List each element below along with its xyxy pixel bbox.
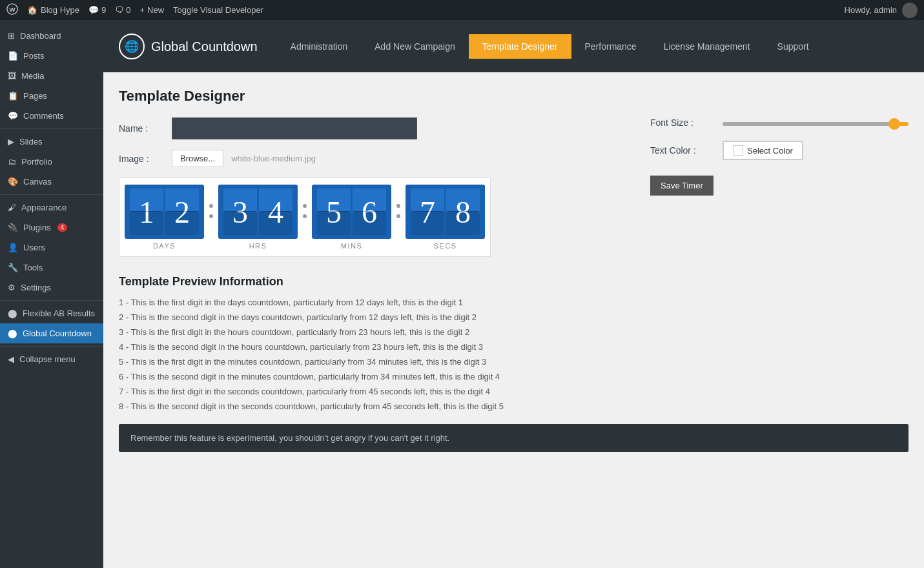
col-right: Font Size : Text Color : Select Color	[650, 117, 909, 196]
plugin-header: 🌐 Global Countdown Administration Add Ne…	[103, 21, 924, 72]
slides-icon: ▶	[8, 137, 14, 147]
color-swatch	[733, 145, 743, 156]
sep-dot-3	[303, 204, 307, 208]
name-input[interactable]	[172, 117, 417, 139]
preview-group-hrs: 3 4 HRS	[218, 185, 298, 250]
media-icon: 🖼	[8, 71, 16, 81]
sidebar-item-portfolio[interactable]: 🗂 Portfolio	[0, 152, 103, 172]
col-left: Name : Image : Browse... white-blue-medi…	[119, 117, 624, 257]
sidebar-item-slides[interactable]: ▶ Slides	[0, 132, 103, 152]
warning-box: Remember this feature is experimental, y…	[119, 424, 909, 452]
svg-text:W: W	[9, 6, 15, 13]
flexible-ab-icon: ⬤	[8, 309, 17, 318]
label-days: DAYS	[153, 242, 176, 250]
sidebar-item-comments[interactable]: 💬 Comments	[0, 106, 103, 126]
plugins-icon: 🔌	[8, 223, 18, 232]
site-name[interactable]: 🏠 Blog Hype	[27, 5, 79, 15]
digit-row-secs: 7 8	[406, 185, 485, 239]
main-content: 🌐 Global Countdown Administration Add Ne…	[103, 21, 924, 568]
sidebar-item-flexible-ab[interactable]: ⬤ Flexible AB Results	[0, 303, 103, 323]
appearance-icon: 🖌	[8, 203, 16, 212]
list-item: 6 - This is the second digit in the minu…	[119, 372, 909, 381]
toggle-visual-developer[interactable]: Toggle Visual Developer	[173, 5, 263, 15]
sidebar-item-pages[interactable]: 📋 Pages	[0, 86, 103, 106]
list-item: 7 - This is the first digit in the secon…	[119, 387, 909, 396]
font-size-label: Font Size :	[650, 117, 715, 128]
preview-info-section: Template Preview Information 1 - This is…	[119, 275, 909, 452]
list-item: 4 - This is the second digit in the hour…	[119, 342, 909, 352]
sidebar-item-media[interactable]: 🖼 Media	[0, 66, 103, 86]
sep-dot-2	[209, 214, 213, 218]
digit-mins-2: 6	[353, 188, 386, 235]
font-size-row: Font Size :	[650, 117, 909, 128]
text-color-label: Text Color :	[650, 145, 715, 156]
digit-hrs-1: 3	[223, 188, 257, 235]
portfolio-icon: 🗂	[8, 157, 16, 167]
new-button[interactable]: + New	[139, 5, 164, 15]
tab-template-designer[interactable]: Template Designer	[469, 34, 571, 59]
sidebar-item-tools[interactable]: 🔧 Tools	[0, 258, 103, 278]
plugin-logo: 🌐 Global Countdown	[119, 34, 258, 59]
sidebar-item-posts[interactable]: 📄 Posts	[0, 46, 103, 66]
list-item: 5 - This is the first digit in the minut…	[119, 357, 909, 367]
tab-support[interactable]: Support	[764, 34, 823, 59]
name-row: Name :	[119, 117, 624, 139]
preview-group-mins: 5 6 MINS	[312, 185, 391, 250]
sidebar-item-settings[interactable]: ⚙ Settings	[0, 278, 103, 298]
label-hrs: HRS	[249, 242, 267, 250]
digit-days-1: 1	[130, 188, 163, 235]
tab-license-management[interactable]: License Management	[650, 34, 764, 59]
globe-icon: 🌐	[125, 39, 139, 54]
sep-dot-4	[303, 214, 307, 218]
speech-count[interactable]: 🗨 0	[115, 5, 130, 15]
comment-bubble-icon: 💬	[88, 5, 99, 15]
digit-row-days: 1 2	[125, 185, 204, 239]
admin-bar-left: W 🏠 Blog Hype 💬 9 🗨 0 + New Toggle Visua…	[6, 3, 263, 17]
plugins-badge: 4	[57, 223, 68, 232]
tools-icon: 🔧	[8, 263, 18, 272]
font-size-slider[interactable]	[723, 122, 909, 126]
canvas-icon: 🎨	[8, 177, 18, 187]
preview-info-list: 1 - This is the first digit in the days …	[119, 298, 909, 411]
admin-bar: W 🏠 Blog Hype 💬 9 🗨 0 + New Toggle Visua…	[0, 0, 924, 21]
sidebar-item-appearance[interactable]: 🖌 Appearance	[0, 198, 103, 218]
countdown-preview: 1 2 DAYS 3 4	[119, 178, 491, 257]
label-mins: MINS	[341, 242, 363, 250]
comments-count[interactable]: 💬 9	[88, 5, 106, 15]
sidebar-item-plugins[interactable]: 🔌 Plugins 4	[0, 218, 103, 238]
tab-add-new-campaign[interactable]: Add New Campaign	[361, 34, 469, 59]
sidebar-divider-1	[0, 128, 103, 129]
plus-icon: +	[139, 5, 145, 15]
sidebar-item-users[interactable]: 👤 Users	[0, 238, 103, 258]
sidebar-item-dashboard[interactable]: ⊞ Dashboard	[0, 26, 103, 46]
layout: ⊞ Dashboard 📄 Posts 🖼 Media 📋 Pages 💬 Co…	[0, 21, 924, 568]
comments-icon: 💬	[8, 111, 18, 121]
save-timer-button[interactable]: Save Timer	[650, 176, 714, 196]
image-row: Image : Browse... white-blue-medium.jpg	[119, 150, 624, 167]
speech-icon: 🗨	[115, 5, 123, 15]
browse-button[interactable]: Browse...	[172, 150, 223, 167]
page-title: Template Designer	[119, 88, 909, 105]
digit-days-2: 2	[165, 188, 199, 235]
sep-dot-6	[396, 214, 400, 218]
sidebar-item-global-countdown[interactable]: ⬤ Global Countdown	[0, 323, 103, 343]
tab-administration[interactable]: Administration	[277, 34, 362, 59]
plugin-nav: Administration Add New Campaign Template…	[277, 34, 823, 59]
name-label: Name :	[119, 123, 164, 134]
list-item: 2 - This is the second digit in the days…	[119, 312, 909, 322]
digit-row-hrs: 3 4	[218, 185, 298, 239]
preview-group-days: 1 2 DAYS	[125, 185, 204, 250]
sidebar-divider-4	[0, 346, 103, 347]
plugin-name: Global Countdown	[151, 39, 258, 54]
admin-bar-right: Howdy, admin	[845, 3, 918, 18]
text-color-row: Text Color : Select Color	[650, 141, 909, 160]
sidebar: ⊞ Dashboard 📄 Posts 🖼 Media 📋 Pages 💬 Co…	[0, 21, 103, 568]
collapse-menu[interactable]: ◀ Collapse menu	[0, 349, 103, 369]
wp-logo-icon[interactable]: W	[6, 3, 18, 17]
sidebar-item-canvas[interactable]: 🎨 Canvas	[0, 172, 103, 192]
home-icon: 🏠	[27, 5, 37, 15]
select-color-button[interactable]: Select Color	[723, 141, 803, 160]
sidebar-divider-3	[0, 300, 103, 301]
settings-icon: ⚙	[8, 283, 15, 292]
tab-performance[interactable]: Performance	[571, 34, 650, 59]
